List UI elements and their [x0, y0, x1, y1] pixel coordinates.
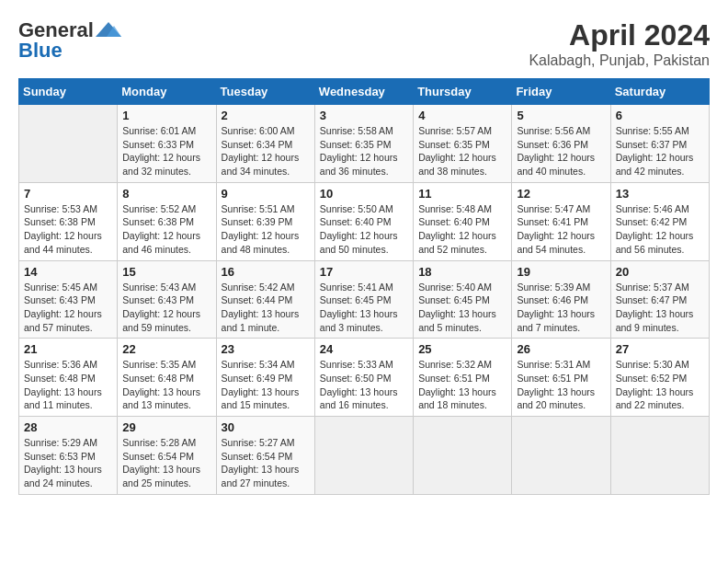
calendar-cell: 25Sunrise: 5:32 AMSunset: 6:51 PMDayligh… — [414, 339, 512, 417]
calendar-cell: 28Sunrise: 5:29 AMSunset: 6:53 PMDayligh… — [19, 417, 118, 495]
calendar-cell: 7Sunrise: 5:53 AMSunset: 6:38 PMDaylight… — [19, 182, 118, 260]
sunrise-label: Sunrise: 5:52 AM — [122, 203, 196, 214]
sunset-label: Sunset: 6:46 PM — [517, 294, 588, 305]
daylight-label: Daylight: 13 hours and 22 minutes. — [616, 386, 694, 411]
sunset-label: Sunset: 6:35 PM — [418, 139, 490, 150]
calendar-cell: 19Sunrise: 5:39 AMSunset: 6:46 PMDayligh… — [512, 260, 610, 339]
cell-info: Sunrise: 5:35 AMSunset: 6:48 PMDaylight:… — [122, 358, 210, 412]
sunrise-label: Sunrise: 5:40 AM — [418, 282, 492, 293]
sunrise-label: Sunrise: 6:01 AM — [122, 125, 196, 136]
day-number: 7 — [24, 187, 112, 201]
sunrise-label: Sunrise: 5:29 AM — [24, 437, 97, 448]
day-number: 9 — [222, 187, 310, 201]
daylight-label: Daylight: 12 hours and 44 minutes. — [24, 230, 102, 255]
calendar-cell: 4Sunrise: 5:57 AMSunset: 6:35 PMDaylight… — [414, 105, 512, 183]
day-number: 17 — [320, 265, 408, 279]
cell-info: Sunrise: 5:32 AMSunset: 6:51 PMDaylight:… — [418, 358, 506, 412]
calendar-cell: 9Sunrise: 5:51 AMSunset: 6:39 PMDaylight… — [216, 182, 314, 260]
daylight-label: Daylight: 12 hours and 38 minutes. — [418, 152, 496, 177]
cell-info: Sunrise: 6:01 AMSunset: 6:33 PMDaylight:… — [122, 124, 210, 178]
daylight-label: Daylight: 12 hours and 57 minutes. — [24, 308, 102, 333]
cell-info: Sunrise: 5:39 AMSunset: 6:46 PMDaylight:… — [517, 281, 605, 335]
cell-info: Sunrise: 5:41 AMSunset: 6:45 PMDaylight:… — [320, 281, 408, 335]
day-number: 1 — [122, 109, 210, 122]
sunset-label: Sunset: 6:47 PM — [616, 294, 688, 305]
sunset-label: Sunset: 6:52 PM — [616, 373, 688, 384]
calendar-cell: 3Sunrise: 5:58 AMSunset: 6:35 PMDaylight… — [314, 105, 413, 183]
cell-info: Sunrise: 5:50 AMSunset: 6:40 PMDaylight:… — [320, 202, 408, 257]
cell-info: Sunrise: 5:33 AMSunset: 6:50 PMDaylight:… — [320, 358, 408, 412]
cell-info: Sunrise: 5:47 AMSunset: 6:41 PMDaylight:… — [517, 202, 605, 257]
cell-info: Sunrise: 5:53 AMSunset: 6:38 PMDaylight:… — [24, 202, 112, 257]
sunset-label: Sunset: 6:51 PM — [418, 373, 490, 384]
logo-icon — [94, 20, 123, 40]
sunrise-label: Sunrise: 5:58 AM — [320, 125, 393, 136]
page-header: General Blue April 2024 Kalabagh, Punjab… — [18, 18, 710, 69]
sunrise-label: Sunrise: 5:37 AM — [616, 282, 689, 293]
day-number: 20 — [616, 265, 704, 279]
calendar-cell: 11Sunrise: 5:48 AMSunset: 6:40 PMDayligh… — [414, 182, 512, 260]
day-number: 23 — [222, 342, 310, 356]
calendar-cell: 24Sunrise: 5:33 AMSunset: 6:50 PMDayligh… — [314, 339, 413, 417]
cell-info: Sunrise: 5:36 AMSunset: 6:48 PMDaylight:… — [24, 358, 112, 412]
day-number: 5 — [517, 109, 605, 122]
week-row-4: 21Sunrise: 5:36 AMSunset: 6:48 PMDayligh… — [19, 339, 710, 417]
daylight-label: Daylight: 12 hours and 34 minutes. — [222, 152, 300, 177]
column-header-saturday: Saturday — [610, 79, 709, 105]
sunrise-label: Sunrise: 5:57 AM — [418, 125, 492, 136]
sunrise-label: Sunrise: 5:43 AM — [122, 282, 196, 293]
day-number: 27 — [616, 342, 704, 356]
day-number: 12 — [517, 187, 605, 201]
sunrise-label: Sunrise: 6:00 AM — [222, 125, 295, 136]
calendar-cell: 26Sunrise: 5:31 AMSunset: 6:51 PMDayligh… — [512, 339, 610, 417]
cell-info: Sunrise: 5:43 AMSunset: 6:43 PMDaylight:… — [122, 281, 210, 335]
calendar-cell: 2Sunrise: 6:00 AMSunset: 6:34 PMDaylight… — [216, 105, 314, 183]
cell-info: Sunrise: 5:27 AMSunset: 6:54 PMDaylight:… — [222, 436, 310, 490]
sunset-label: Sunset: 6:42 PM — [616, 216, 688, 227]
sunrise-label: Sunrise: 5:31 AM — [517, 359, 590, 370]
calendar-cell: 14Sunrise: 5:45 AMSunset: 6:43 PMDayligh… — [19, 260, 118, 339]
logo: General Blue — [18, 18, 123, 63]
calendar-cell — [19, 105, 118, 183]
daylight-label: Daylight: 13 hours and 7 minutes. — [517, 308, 595, 333]
day-number: 6 — [616, 109, 704, 122]
cell-info: Sunrise: 5:48 AMSunset: 6:40 PMDaylight:… — [418, 202, 506, 257]
daylight-label: Daylight: 12 hours and 40 minutes. — [517, 152, 595, 177]
sunrise-label: Sunrise: 5:55 AM — [616, 125, 689, 136]
day-number: 2 — [222, 109, 310, 122]
calendar-cell: 20Sunrise: 5:37 AMSunset: 6:47 PMDayligh… — [610, 260, 709, 339]
calendar-cell — [512, 417, 610, 495]
column-header-tuesday: Tuesday — [216, 79, 314, 105]
calendar-body: 1Sunrise: 6:01 AMSunset: 6:33 PMDaylight… — [19, 105, 710, 495]
sunrise-label: Sunrise: 5:30 AM — [616, 359, 689, 370]
cell-info: Sunrise: 5:40 AMSunset: 6:45 PMDaylight:… — [418, 281, 506, 335]
calendar-cell: 29Sunrise: 5:28 AMSunset: 6:54 PMDayligh… — [118, 417, 216, 495]
cell-info: Sunrise: 5:30 AMSunset: 6:52 PMDaylight:… — [616, 358, 704, 412]
sunset-label: Sunset: 6:43 PM — [24, 294, 96, 305]
cell-info: Sunrise: 5:58 AMSunset: 6:35 PMDaylight:… — [320, 124, 408, 178]
calendar-cell: 22Sunrise: 5:35 AMSunset: 6:48 PMDayligh… — [118, 339, 216, 417]
daylight-label: Daylight: 12 hours and 42 minutes. — [616, 152, 694, 177]
daylight-label: Daylight: 13 hours and 5 minutes. — [418, 308, 496, 333]
sunset-label: Sunset: 6:35 PM — [320, 139, 392, 150]
day-number: 10 — [320, 187, 408, 201]
day-number: 30 — [222, 420, 310, 434]
sunset-label: Sunset: 6:44 PM — [222, 294, 293, 305]
daylight-label: Daylight: 13 hours and 16 minutes. — [320, 386, 398, 411]
sunrise-label: Sunrise: 5:32 AM — [418, 359, 492, 370]
sunset-label: Sunset: 6:54 PM — [222, 451, 293, 462]
sunrise-label: Sunrise: 5:42 AM — [222, 282, 295, 293]
sunset-label: Sunset: 6:45 PM — [320, 294, 392, 305]
sunrise-label: Sunrise: 5:48 AM — [418, 203, 492, 214]
calendar-cell — [414, 417, 512, 495]
cell-info: Sunrise: 5:57 AMSunset: 6:35 PMDaylight:… — [418, 124, 506, 178]
sunrise-label: Sunrise: 5:39 AM — [517, 282, 590, 293]
daylight-label: Daylight: 13 hours and 13 minutes. — [122, 386, 200, 411]
calendar-table: SundayMondayTuesdayWednesdayThursdayFrid… — [18, 78, 710, 495]
day-number: 26 — [517, 342, 605, 356]
calendar-cell: 23Sunrise: 5:34 AMSunset: 6:49 PMDayligh… — [216, 339, 314, 417]
daylight-label: Daylight: 12 hours and 50 minutes. — [320, 230, 398, 255]
day-number: 3 — [320, 109, 408, 122]
daylight-label: Daylight: 12 hours and 52 minutes. — [418, 230, 496, 255]
sunset-label: Sunset: 6:51 PM — [517, 373, 588, 384]
